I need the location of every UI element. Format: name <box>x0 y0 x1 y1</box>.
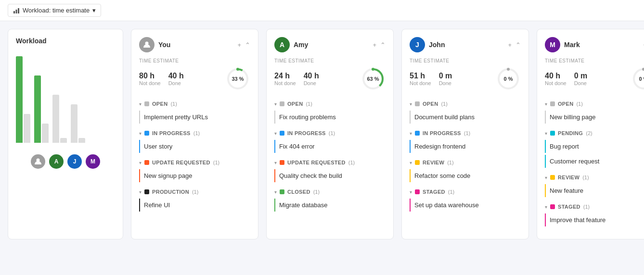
add-icon-you[interactable]: + <box>237 41 241 49</box>
chevron-icon: ▾ <box>274 160 277 165</box>
status-group-open: ▾ OPEN (1) Implement pretty URLs <box>139 99 250 124</box>
status-header-open[interactable]: ▾ OPEN (1) <box>139 99 250 109</box>
svg-rect-0 <box>13 11 15 13</box>
bar-chart-icon <box>13 7 20 14</box>
status-header-closed[interactable]: ▾ CLOSED (1) <box>274 187 386 197</box>
status-count-in-progress: (1) <box>464 130 470 136</box>
status-group-staged: ▾ STAGED (1) Set up data warehouse <box>410 187 521 212</box>
avatar-you-icon <box>34 158 42 165</box>
collapse-icon-amy[interactable]: ⌃ <box>380 41 386 49</box>
add-icon-john[interactable]: + <box>508 41 512 49</box>
progress-circle-you: 33 % <box>225 66 250 91</box>
task-item[interactable]: Refactor some code <box>410 169 521 182</box>
time-estimate-mark: TIME ESTIMATE 40 h Not done 0 m Done 0 % <box>545 58 644 91</box>
progress-circle-john: 0 % <box>496 66 521 91</box>
person-header-you: You + ⌃ <box>139 37 250 52</box>
column-you: You + ⌃ TIME ESTIMATE 80 h Not done 40 h… <box>131 29 258 239</box>
status-count-update-requested: (1) <box>213 160 219 165</box>
task-item[interactable]: Customer request <box>545 155 644 168</box>
chevron-icon: ▾ <box>545 101 547 107</box>
task-item[interactable]: Improve that feature <box>545 213 644 226</box>
person-header-mark: M Mark + ⌃ <box>545 37 644 52</box>
task-item[interactable]: Bug report <box>545 140 644 153</box>
bar-john-notdone <box>52 95 59 143</box>
person-header-amy: A Amy + ⌃ <box>274 37 386 52</box>
status-count-open: (1) <box>306 101 312 107</box>
done-stat-amy: 40 h Done <box>304 72 319 86</box>
status-dot-in-progress <box>144 131 149 136</box>
status-count-open: (1) <box>441 101 447 107</box>
status-group-pending: ▾ PENDING (2) Bug reportCustomer request <box>545 128 644 168</box>
status-header-open[interactable]: ▾ OPEN (1) <box>410 99 521 109</box>
avatar-you <box>31 154 45 169</box>
avatar-john: J <box>410 37 425 52</box>
task-item[interactable]: New billing page <box>545 111 644 124</box>
status-header-in-progress[interactable]: ▾ IN PROGRESS (1) <box>274 128 386 138</box>
status-header-pending[interactable]: ▾ PENDING (2) <box>545 128 644 138</box>
task-item[interactable]: Migrate database <box>274 199 386 212</box>
time-estimate-label-mark: TIME ESTIMATE <box>545 58 644 63</box>
status-header-production[interactable]: ▾ PRODUCTION (1) <box>139 187 250 197</box>
chevron-icon: ▾ <box>139 101 142 107</box>
not-done-stat-john: 51 h Not done <box>410 72 431 86</box>
status-header-in-progress[interactable]: ▾ IN PROGRESS (1) <box>410 128 521 138</box>
chevron-icon: ▾ <box>139 189 142 195</box>
status-label-open: OPEN <box>152 101 167 107</box>
status-group-production: ▾ PRODUCTION (1) Refine UI <box>139 187 250 212</box>
status-label-open: OPEN <box>558 101 573 107</box>
collapse-icon-john[interactable]: ⌃ <box>515 41 521 49</box>
task-item[interactable]: Refine UI <box>139 199 250 212</box>
status-header-in-progress[interactable]: ▾ IN PROGRESS (1) <box>139 128 250 138</box>
status-dot-review <box>550 175 555 180</box>
status-dot-update-requested <box>280 160 284 165</box>
task-item[interactable]: Fix routing problems <box>274 111 386 124</box>
status-header-open[interactable]: ▾ OPEN (1) <box>545 99 644 109</box>
status-header-review[interactable]: ▾ REVIEW (1) <box>410 158 521 167</box>
add-icon-amy[interactable]: + <box>373 41 376 49</box>
task-item[interactable]: Redesign frontend <box>410 140 521 153</box>
time-estimate-label-john: TIME ESTIMATE <box>410 58 521 63</box>
time-stats-john: 51 h Not done 0 m Done 0 % <box>410 66 521 91</box>
task-item[interactable]: Implement pretty URLs <box>139 111 250 124</box>
status-group-update-requested: ▾ UPDATE REQUESTED (1) New signup page <box>139 158 250 182</box>
person-name-john: John <box>429 41 445 49</box>
task-item[interactable]: New signup page <box>139 169 250 182</box>
person-actions-amy: + ⌃ <box>373 41 386 49</box>
status-header-staged[interactable]: ▾ STAGED (1) <box>545 202 644 212</box>
task-item[interactable]: Set up data warehouse <box>410 199 521 212</box>
status-group-closed: ▾ CLOSED (1) Migrate database <box>274 187 386 212</box>
status-count-in-progress: (1) <box>193 130 200 136</box>
status-header-staged[interactable]: ▾ STAGED (1) <box>410 187 521 197</box>
done-stat-you: 40 h Done <box>168 72 184 86</box>
task-item[interactable]: Document build plans <box>410 111 521 124</box>
workload-dropdown-button[interactable]: Workload: time estimate ▾ <box>8 4 101 17</box>
person-info-you: You <box>139 37 170 52</box>
status-dot-update-requested <box>144 160 149 165</box>
status-header-review[interactable]: ▾ REVIEW (1) <box>545 173 644 182</box>
progress-text-amy: 63 % <box>367 76 379 82</box>
bar-you-notdone <box>16 56 23 143</box>
progress-text-mark: 0 % <box>639 76 644 82</box>
task-item[interactable]: New feature <box>545 184 644 197</box>
person-info-amy: A Amy <box>274 37 308 52</box>
status-header-update-requested[interactable]: ▾ UPDATE REQUESTED (1) <box>139 158 250 167</box>
status-count-production: (1) <box>192 189 198 195</box>
chevron-icon: ▾ <box>410 131 412 136</box>
task-item[interactable]: User story <box>139 140 250 153</box>
status-label-open: OPEN <box>423 101 438 107</box>
task-item[interactable]: Quality check the build <box>274 169 386 182</box>
column-john: J John + ⌃ TIME ESTIMATE 51 h Not done 0… <box>401 29 529 239</box>
status-header-update-requested[interactable]: ▾ UPDATE REQUESTED (1) <box>274 158 386 167</box>
main-content: Workload <box>0 21 644 247</box>
status-header-open[interactable]: ▾ OPEN (1) <box>274 99 386 109</box>
status-group-review: ▾ REVIEW (1) Refactor some code <box>410 158 521 182</box>
collapse-icon-you[interactable]: ⌃ <box>245 41 250 49</box>
status-count-staged: (1) <box>583 204 590 210</box>
task-item[interactable]: Fix 404 error <box>274 140 386 153</box>
time-stats-you: 80 h Not done 40 h Done 33 % <box>139 66 250 91</box>
status-dot-in-progress <box>415 131 420 136</box>
status-group-in-progress: ▾ IN PROGRESS (1) User story <box>139 128 250 153</box>
status-dot-staged <box>550 204 555 209</box>
avatar-amy: A <box>274 37 290 52</box>
chart-bar-mark <box>71 56 85 143</box>
